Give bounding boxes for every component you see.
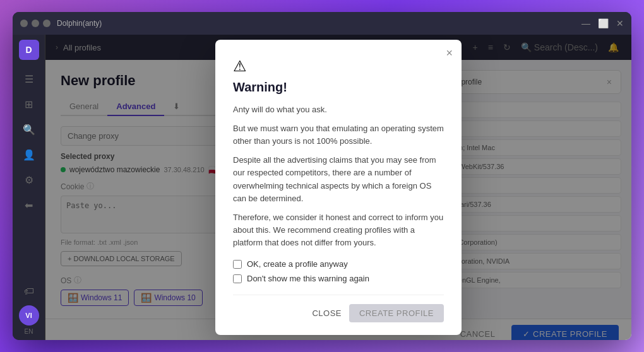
checkbox-row-1: OK, create a profile anyway [233, 259, 444, 269]
checkbox-label-2[interactable]: Don't show me this warning again [247, 274, 369, 283]
dialog-close-button[interactable]: × [446, 47, 453, 59]
avatar[interactable]: VI [19, 305, 39, 326]
sidebar-icon-profiles[interactable]: ☰ [18, 67, 40, 90]
sidebar-icon-tag[interactable]: 🏷 [18, 280, 40, 303]
warning-text-3: Despite all the advertising claims that … [233, 154, 444, 205]
app-content: D ☰ ⊞ 🔍 👤 ⚙ ⬅ 🏷 VI EN › All profiles + ≡… [13, 35, 631, 340]
checkbox-dont-show[interactable] [233, 274, 242, 283]
close-icon[interactable]: ✕ [616, 18, 624, 28]
lang-indicator: EN [25, 328, 33, 335]
app-window: Dolphin(anty) — ⬜ ✕ D ☰ ⊞ 🔍 👤 ⚙ ⬅ 🏷 VI E… [13, 12, 631, 340]
warning-text-4: Therefore, we consider it honest and cor… [233, 211, 444, 249]
sidebar-icon-users[interactable]: 👤 [18, 143, 40, 166]
warning-text-2: But we must warn you that emulating an o… [233, 122, 444, 148]
close-button[interactable] [43, 20, 51, 27]
sidebar-icon-arrow[interactable]: ⬅ [18, 194, 40, 216]
window-title: Dolphin(anty) [57, 19, 102, 28]
sidebar-icon-windows[interactable]: ⊞ [18, 93, 40, 115]
dialog-create-profile-button[interactable]: CREATE PROFILE [349, 304, 444, 322]
title-bar: Dolphin(anty) — ⬜ ✕ [13, 12, 631, 35]
modal-overlay: × ⚠ Warning! Anty will do what you ask. … [45, 35, 631, 340]
sidebar-bottom: 🏷 VI EN [18, 280, 40, 335]
dialog-actions: CLOSE CREATE PROFILE [233, 295, 444, 322]
warning-icon: ⚠ [233, 57, 444, 75]
checkbox-row-2: Don't show me this warning again [233, 274, 444, 283]
warning-text-1: Anty will do what you ask. [233, 103, 444, 116]
sidebar-icon-search[interactable]: 🔍 [18, 118, 40, 141]
dialog-close-text-button[interactable]: CLOSE [312, 308, 342, 318]
sidebar: D ☰ ⊞ 🔍 👤 ⚙ ⬅ 🏷 VI EN [13, 35, 45, 340]
warning-dialog: × ⚠ Warning! Anty will do what you ask. … [215, 40, 462, 335]
checkbox-create-anyway[interactable] [233, 260, 242, 269]
sidebar-icon-settings[interactable]: ⚙ [18, 168, 40, 191]
restore-icon[interactable]: ⬜ [598, 18, 609, 28]
window-controls [20, 20, 51, 27]
checkbox-label-1[interactable]: OK, create a profile anyway [247, 259, 348, 269]
app-logo: D [19, 40, 39, 60]
minimize-icon[interactable]: — [581, 18, 590, 28]
warning-title: Warning! [233, 80, 444, 95]
restore-button[interactable] [32, 20, 39, 27]
right-panel: › All profiles + ≡ ↻ 🔍 Search (Desc...) … [45, 35, 631, 340]
title-bar-actions: — ⬜ ✕ [581, 18, 624, 28]
minimize-button[interactable] [20, 20, 28, 27]
